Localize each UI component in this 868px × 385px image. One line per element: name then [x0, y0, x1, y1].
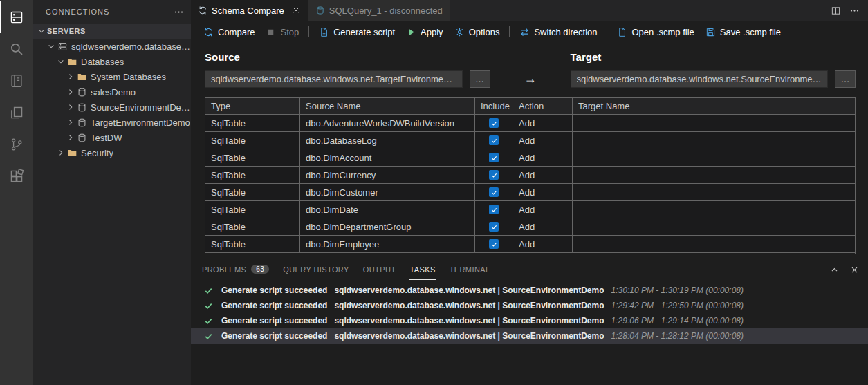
include-checkbox[interactable] — [489, 153, 499, 162]
editor-tabs: Schema CompareSQLQuery_1 - disconnected — [191, 0, 450, 21]
panel-tab-terminal[interactable]: TERMINAL — [450, 259, 490, 280]
tree-item[interactable]: TestDW — [33, 130, 191, 145]
table-row[interactable]: SqlTabledbo.DatabaseLogAdd — [205, 132, 855, 149]
tree-item-label: Databases — [81, 57, 124, 67]
include-checkbox[interactable] — [489, 118, 499, 128]
task-row[interactable]: Generate script succeededsqldwserverdemo… — [191, 283, 868, 298]
column-header[interactable]: Source Name — [300, 98, 475, 114]
table-row[interactable]: SqlTabledbo.DimCustomerAdd — [205, 184, 855, 201]
column-header-label: Action — [519, 101, 544, 111]
panel-tab-tasks[interactable]: TASKS — [409, 259, 435, 280]
tree-item[interactable]: SourceEnvironmentDemo — [33, 100, 191, 115]
activity-explorer-button[interactable] — [0, 97, 33, 129]
apply-button[interactable]: Apply — [400, 23, 449, 41]
cell-action: Add — [513, 236, 573, 252]
task-detail: sqldwserverdemo.database.windows.net | S… — [334, 285, 604, 295]
column-header[interactable]: Include — [475, 98, 513, 114]
generate-script-button[interactable]: Generate script — [313, 23, 400, 41]
tabbar-actions — [822, 0, 868, 21]
app-window: CONNECTIONS SERVERS sqldwserverdemo.data… — [0, 0, 868, 385]
open-file-button[interactable]: Open .scmp file — [611, 23, 699, 41]
task-success-icon — [202, 316, 214, 326]
table-row[interactable]: SqlTabledbo.DimCurrencyAdd — [205, 167, 855, 184]
tree-item[interactable]: TargetEnvironmentDemo — [33, 115, 191, 130]
folder-icon — [77, 72, 87, 82]
database-icon — [77, 102, 87, 113]
server-tree: sqldwserverdemo.database.wi...DatabasesS… — [33, 39, 191, 385]
toolbar-button-label: Stop — [280, 27, 299, 37]
include-checkbox[interactable] — [489, 135, 499, 145]
servers-section-header[interactable]: SERVERS — [33, 24, 191, 39]
table-row[interactable]: SqlTabledbo.DimAccountAdd — [205, 149, 855, 167]
column-header[interactable]: Action — [513, 98, 573, 114]
target-input[interactable] — [571, 70, 829, 88]
column-header-label: Source Name — [306, 101, 360, 111]
editor-tab[interactable]: Schema Compare — [191, 0, 308, 21]
close-tab-icon[interactable] — [291, 6, 301, 15]
include-checkbox[interactable] — [489, 222, 499, 232]
tree-item[interactable]: Databases — [33, 54, 191, 69]
compare-icon — [198, 6, 207, 15]
sidebar-title: CONNECTIONS — [46, 8, 174, 16]
options-button[interactable]: Options — [449, 23, 506, 41]
task-success-icon — [202, 285, 214, 296]
switch-direction-button[interactable]: Switch direction — [514, 23, 602, 41]
source-target-inputs: … → … — [205, 70, 856, 88]
panel-tab-query-history[interactable]: QUERY HISTORY — [283, 259, 349, 280]
editor-more-actions-icon[interactable] — [849, 6, 860, 16]
maximize-panel-icon[interactable] — [829, 265, 840, 275]
split-editor-icon[interactable] — [831, 6, 841, 16]
activity-source-control-button[interactable] — [0, 129, 33, 160]
tree-item[interactable]: System Databases — [33, 69, 191, 84]
include-checkbox[interactable] — [489, 205, 499, 214]
cell-target-name — [573, 236, 855, 252]
database-icon — [77, 87, 87, 97]
tree-item[interactable]: Security — [33, 145, 191, 160]
activity-notebooks-button[interactable] — [0, 65, 33, 97]
panel-tab-label: QUERY HISTORY — [283, 265, 349, 274]
source-browse-button[interactable]: … — [470, 70, 490, 88]
task-row[interactable]: Generate script succeededsqldwserverdemo… — [191, 328, 868, 344]
activity-extensions-button[interactable] — [0, 160, 33, 192]
tree-item[interactable]: salesDemo — [33, 84, 191, 100]
stop-button[interactable]: Stop — [260, 23, 304, 41]
panel-tab-output[interactable]: OUTPUT — [363, 259, 396, 280]
task-row[interactable]: Generate script succeededsqldwserverdemo… — [191, 298, 868, 313]
include-checkbox[interactable] — [489, 239, 499, 249]
table-row[interactable]: SqlTabledbo.DimEmployeeAdd — [205, 236, 855, 253]
compare-button[interactable]: Compare — [198, 23, 260, 41]
panel-actions — [829, 265, 860, 275]
source-target-labels: Source Target — [205, 51, 856, 63]
toolbar-button-label: Generate script — [333, 27, 395, 37]
activity-connections-button[interactable] — [0, 1, 33, 33]
folder-icon — [67, 148, 77, 158]
notebooks-icon — [9, 73, 24, 88]
main-area: Schema CompareSQLQuery_1 - disconnected … — [191, 0, 868, 385]
target-browse-button[interactable]: … — [835, 70, 856, 88]
connections-icon — [9, 10, 24, 25]
include-checkbox[interactable] — [489, 170, 499, 180]
column-header[interactable]: Type — [205, 98, 300, 114]
cell-type: SqlTable — [205, 115, 300, 131]
column-header-label: Type — [211, 101, 230, 111]
table-row[interactable]: SqlTabledbo.DimDateAdd — [205, 201, 855, 218]
save-button[interactable]: Save .scmp file — [700, 23, 786, 41]
editor-tab[interactable]: SQLQuery_1 - disconnected — [308, 0, 450, 21]
tree-item[interactable]: sqldwserverdemo.database.wi... — [33, 39, 191, 54]
source-input[interactable] — [205, 70, 463, 88]
cell-source-name: dbo.DatabaseLog — [300, 132, 475, 149]
task-list: Generate script succeededsqldwserverdemo… — [191, 280, 868, 385]
task-title: Generate script succeeded — [221, 331, 327, 341]
column-header[interactable]: Target Name — [573, 98, 855, 114]
cell-include — [475, 132, 513, 149]
panel-tab-problems[interactable]: PROBLEMS63 — [202, 259, 269, 280]
table-row[interactable]: SqlTabledbo.AdventureWorksDWBuildVersion… — [205, 115, 855, 132]
activity-search-button[interactable] — [0, 33, 33, 65]
task-row[interactable]: Generate script succeededsqldwserverdemo… — [191, 313, 868, 328]
include-checkbox[interactable] — [489, 187, 499, 197]
panel-tab-label: TASKS — [409, 265, 435, 274]
table-row[interactable]: SqlTabledbo.DimDepartmentGroupAdd — [205, 218, 855, 236]
column-header-label: Target Name — [578, 101, 629, 111]
close-panel-icon[interactable] — [849, 265, 860, 275]
more-actions-icon[interactable] — [174, 7, 184, 17]
